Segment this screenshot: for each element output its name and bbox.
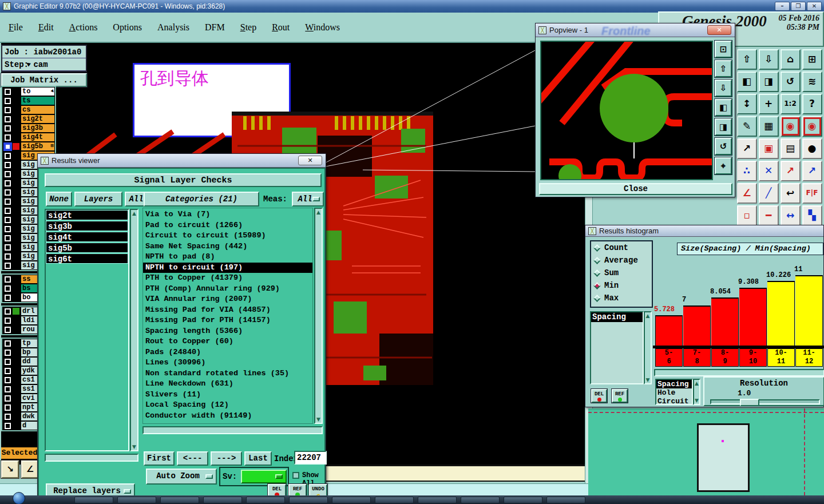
taskbar-button[interactable] bbox=[289, 497, 328, 503]
layer-chip[interactable]: sig2t bbox=[21, 115, 54, 123]
popview-titlebar[interactable]: ╳ Popview - 1 Frontline ✕ bbox=[536, 23, 735, 37]
category-item[interactable]: Circuit to circuit (15989) bbox=[143, 231, 312, 241]
grid-icon[interactable]: ▦ bbox=[759, 116, 779, 137]
layer-visibility-checkbox[interactable] bbox=[5, 116, 11, 122]
measure-item[interactable]: Circuit bbox=[656, 397, 692, 406]
layer-visibility-checkbox[interactable] bbox=[5, 253, 11, 260]
measure-item[interactable]: Hole bbox=[656, 388, 692, 397]
netlist-reference-icon[interactable]: ◉ bbox=[802, 116, 822, 137]
nav-first-button[interactable]: First bbox=[144, 451, 175, 466]
layer-chip[interactable]: ts bbox=[21, 97, 54, 105]
resolution-slider[interactable] bbox=[710, 399, 820, 404]
taskbar-button[interactable] bbox=[74, 497, 113, 503]
pan-left-icon[interactable]: ◧ bbox=[737, 72, 757, 92]
category-item[interactable]: Via to Via (7) bbox=[143, 209, 312, 220]
zoom-previous-icon[interactable]: ↺ bbox=[715, 138, 732, 155]
layer-visibility-checkbox[interactable] bbox=[5, 244, 11, 251]
taskbar-button[interactable] bbox=[117, 497, 156, 503]
layer-color-swatch[interactable] bbox=[13, 143, 19, 150]
rotate-icon[interactable]: ↩ bbox=[781, 183, 801, 204]
pan-left-icon[interactable]: ◧ bbox=[715, 99, 732, 116]
layer-visibility-checkbox[interactable] bbox=[5, 423, 11, 429]
fit-height-icon[interactable]: ↕ bbox=[737, 94, 757, 114]
histogram-del-button[interactable]: DEL bbox=[591, 389, 607, 403]
popview-close-bar-button[interactable]: Close bbox=[539, 183, 732, 195]
sv-color-dropdown[interactable] bbox=[241, 470, 287, 483]
width-check-icon[interactable]: ↔ bbox=[781, 205, 801, 226]
category-item[interactable]: NPTH to circuit (197) bbox=[143, 263, 312, 273]
layer-list-vscrollbar[interactable]: ▲▼ bbox=[130, 209, 138, 451]
histogram-ref-button[interactable]: REF bbox=[612, 389, 628, 403]
angle-measure-icon[interactable]: ∠ bbox=[737, 183, 757, 204]
zoom-previous-icon[interactable]: ↺ bbox=[781, 72, 801, 92]
layer-visibility-checkbox[interactable] bbox=[5, 235, 11, 241]
layer-visibility-checkbox[interactable] bbox=[5, 107, 11, 113]
result-layer-item[interactable]: sig2t bbox=[46, 210, 128, 220]
netlist-current-icon[interactable]: ◉ bbox=[781, 116, 801, 137]
result-layer-item[interactable]: sig4t bbox=[46, 232, 128, 242]
layer-visibility-checkbox[interactable] bbox=[5, 226, 11, 232]
category-item[interactable]: VIA Annular ring (2007) bbox=[143, 294, 312, 305]
zoom-select-icon[interactable]: ↗ bbox=[737, 138, 757, 159]
auto-zoom-dropdown[interactable]: Auto Zoom bbox=[146, 469, 217, 485]
histogram-layer-item[interactable]: Spacing bbox=[591, 312, 643, 322]
category-item[interactable]: Pads (24840) bbox=[143, 347, 312, 358]
category-item[interactable]: Pad to circuit (1266) bbox=[143, 220, 312, 231]
layer-visibility-checkbox[interactable] bbox=[5, 308, 11, 315]
histogram-layer-list[interactable]: Spacing bbox=[590, 311, 644, 384]
layer-chip[interactable]: sig3b bbox=[21, 124, 54, 132]
popview-canvas[interactable] bbox=[540, 41, 713, 180]
layer-visibility-checkbox[interactable] bbox=[5, 359, 11, 365]
start-button[interactable] bbox=[13, 492, 25, 504]
category-item[interactable]: PTH (Comp) Annular ring (929) bbox=[143, 284, 312, 295]
category-item[interactable]: Spacing length (5366) bbox=[143, 326, 312, 337]
results-viewer-titlebar[interactable]: ╳ Results viewer ✕ bbox=[38, 154, 326, 168]
stat-option-average[interactable]: Average bbox=[591, 254, 652, 267]
menu-edit[interactable]: Edit bbox=[38, 22, 54, 33]
measure-center-icon[interactable]: ↗ bbox=[781, 161, 801, 181]
category-item[interactable]: Missing Pad for VIA (44857) bbox=[143, 305, 312, 316]
highlight-icon[interactable]: ▣ bbox=[759, 138, 779, 159]
layer-chip[interactable]: to▲ bbox=[21, 88, 54, 96]
layer-chip[interactable]: sig5b⊞ bbox=[21, 142, 54, 150]
layer-chip[interactable]: cs bbox=[21, 106, 54, 114]
display-settings-icon[interactable]: ✎ bbox=[737, 116, 757, 137]
menu-file[interactable]: File bbox=[9, 22, 23, 33]
layer-visibility-checkbox[interactable] bbox=[5, 404, 11, 411]
measure-edge-icon[interactable]: ↗ bbox=[802, 161, 822, 181]
job-matrix-button[interactable]: Job Matrix ... bbox=[1, 73, 87, 87]
menu-actions[interactable]: Actions bbox=[69, 22, 98, 33]
layer-visibility-checkbox[interactable] bbox=[5, 144, 11, 150]
layer-visibility-checkbox[interactable] bbox=[5, 162, 11, 168]
trace-icon[interactable]: ━ bbox=[759, 205, 779, 226]
stat-option-max[interactable]: Max bbox=[591, 292, 652, 304]
filter-layers-button[interactable]: Layers bbox=[74, 192, 122, 207]
layer-visibility-checkbox[interactable] bbox=[5, 318, 11, 324]
layer-visibility-checkbox[interactable] bbox=[5, 295, 11, 301]
net-select-icon[interactable]: ∴ bbox=[737, 161, 757, 181]
stat-option-count[interactable]: Count bbox=[591, 241, 652, 254]
center-icon[interactable]: ⌖ bbox=[715, 157, 732, 174]
layer-visibility-checkbox[interactable] bbox=[5, 180, 11, 186]
layer-visibility-checkbox[interactable] bbox=[5, 263, 11, 269]
taskbar-button[interactable] bbox=[546, 497, 585, 503]
category-list[interactable]: Via to Via (7)Pad to circuit (1266)Circu… bbox=[142, 208, 313, 424]
taskbar-button[interactable] bbox=[203, 497, 242, 503]
layer-visibility-checkbox[interactable] bbox=[5, 327, 11, 333]
layer-visibility-checkbox[interactable] bbox=[5, 217, 11, 223]
category-item[interactable]: Lines (30996) bbox=[143, 358, 312, 368]
layer-visibility-checkbox[interactable] bbox=[5, 285, 11, 292]
results-viewer-close-button[interactable]: ✕ bbox=[298, 156, 322, 165]
taskbar-button[interactable] bbox=[461, 497, 500, 503]
help-icon[interactable]: ? bbox=[802, 94, 822, 114]
menu-rout[interactable]: Rout bbox=[272, 22, 290, 33]
layer-visibility-checkbox[interactable] bbox=[5, 199, 11, 205]
menu-dfm[interactable]: DFM bbox=[205, 22, 225, 33]
menu-windows[interactable]: Windows bbox=[305, 22, 340, 33]
category-item[interactable]: Rout to Copper (60) bbox=[143, 336, 312, 347]
category-list-hscrollbar[interactable] bbox=[142, 426, 323, 434]
category-item[interactable]: Conductor width (91149) bbox=[143, 411, 312, 422]
stat-option-min[interactable]: Min bbox=[591, 279, 652, 292]
layer-visibility-checkbox[interactable] bbox=[5, 134, 11, 141]
window-xy-icon[interactable]: ⊞ bbox=[802, 49, 822, 70]
